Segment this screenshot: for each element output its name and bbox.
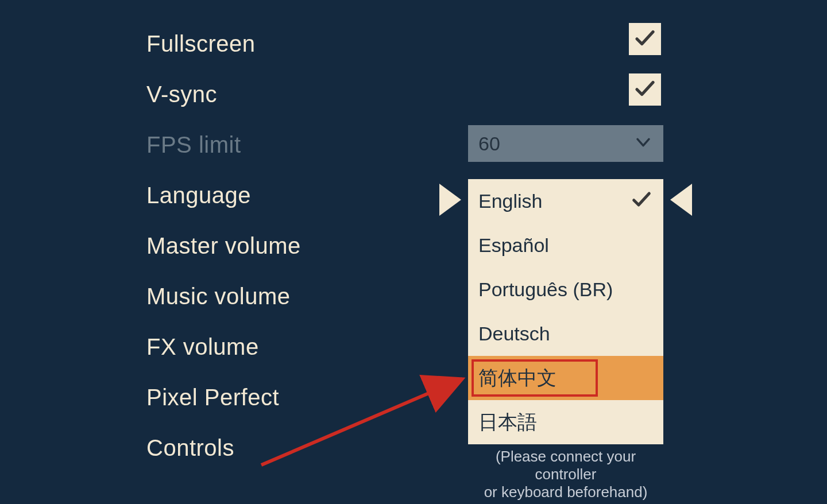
language-option-espanol[interactable]: Español [468,223,663,267]
controls-note-line1: (Please connect your controller [468,448,663,483]
language-option-portugues-br[interactable]: Português (BR) [468,267,663,312]
vsync-checkbox[interactable] [629,73,661,106]
language-dropdown[interactable]: English Español Português (BR) Deutsch 简… [468,179,663,444]
language-option-deutsch[interactable]: Deutsch [468,312,663,356]
language-option-label: 简体中文 [478,365,557,391]
chevron-down-icon [633,133,653,154]
language-option-japanese[interactable]: 日本語 [468,400,663,444]
language-option-label: English [478,190,543,212]
language-option-english[interactable]: English [468,179,663,223]
language-option-label: 日本語 [478,409,537,436]
row-fullscreen: Fullscreen [146,18,663,69]
fps-limit-dropdown: 60 [468,125,663,162]
row-vsync: V-sync [146,69,663,119]
language-option-list: English Español Português (BR) Deutsch 简… [468,179,663,444]
fps-limit-value: 60 [478,133,500,155]
triangle-left-icon[interactable] [439,184,461,216]
fullscreen-label: Fullscreen [146,31,663,57]
controls-note: (Please connect your controller or keybo… [468,448,663,502]
controls-note-line2: or keyboard beforehand) [468,483,663,501]
vsync-label: V-sync [146,82,663,107]
check-icon [633,76,657,103]
language-option-label: Deutsch [478,323,550,345]
fullscreen-checkbox[interactable] [629,23,661,55]
language-option-label: Español [478,234,549,257]
language-option-simplified-chinese[interactable]: 简体中文 [468,356,663,400]
triangle-right-icon[interactable] [670,184,692,216]
check-icon [633,26,657,52]
language-option-label: Português (BR) [478,278,613,301]
check-icon [630,188,653,215]
